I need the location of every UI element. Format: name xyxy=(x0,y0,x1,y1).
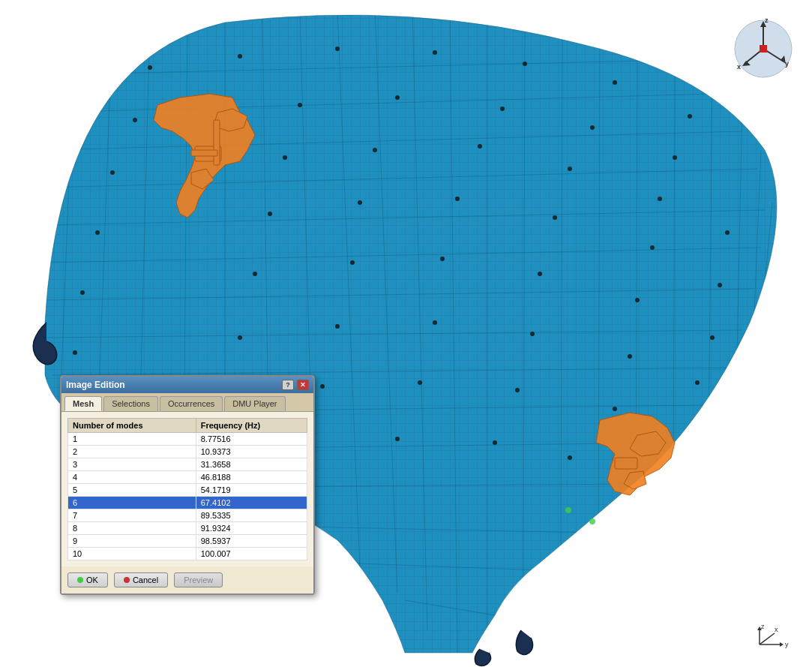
table-row[interactable]: 10 100.007 xyxy=(68,548,307,560)
svg-point-71 xyxy=(440,257,445,261)
cancel-label: Cancel xyxy=(133,575,158,584)
cancel-icon xyxy=(124,577,130,583)
svg-point-61 xyxy=(95,230,100,235)
svg-text:x: x xyxy=(737,63,741,71)
cell-mode: 1 xyxy=(68,433,196,446)
svg-point-66 xyxy=(650,245,655,250)
svg-point-90 xyxy=(395,437,400,441)
svg-line-112 xyxy=(760,633,775,644)
svg-point-57 xyxy=(478,144,482,149)
table-row[interactable]: 5 54.1719 xyxy=(68,484,307,497)
cancel-button[interactable]: Cancel xyxy=(114,572,168,587)
svg-point-41 xyxy=(148,65,152,70)
svg-point-65 xyxy=(553,215,557,220)
svg-text:z: z xyxy=(761,623,765,630)
cell-frequency: 10.9373 xyxy=(196,446,307,458)
svg-point-76 xyxy=(238,335,242,340)
svg-point-93 xyxy=(565,507,571,513)
image-edition-dialog: Image Edition ? ✕ Mesh Selections Occurr… xyxy=(60,375,315,595)
col-header-modes: Number of modes xyxy=(68,419,196,433)
cell-frequency: 98.5937 xyxy=(196,535,307,548)
svg-point-86 xyxy=(515,388,520,392)
svg-point-60 xyxy=(725,230,730,235)
svg-point-47 xyxy=(688,114,692,119)
svg-point-72 xyxy=(538,272,542,276)
cell-frequency: 100.007 xyxy=(196,548,307,560)
svg-point-50 xyxy=(395,95,400,100)
svg-point-48 xyxy=(133,118,137,122)
help-button[interactable]: ? xyxy=(282,380,294,390)
tab-occurrences[interactable]: Occurrences xyxy=(160,396,223,411)
svg-rect-38 xyxy=(214,120,220,165)
svg-point-52 xyxy=(590,125,595,130)
preview-button[interactable]: Preview xyxy=(174,572,223,587)
svg-point-87 xyxy=(613,407,617,411)
dialog-footer: OK Cancel Preview xyxy=(61,566,313,593)
svg-text:y: y xyxy=(785,60,789,68)
svg-point-45 xyxy=(523,62,527,66)
dialog-titlebar[interactable]: Image Edition ? ✕ xyxy=(61,377,313,393)
svg-rect-105 xyxy=(760,45,767,53)
svg-point-42 xyxy=(238,54,242,59)
preview-label: Preview xyxy=(184,575,213,584)
svg-point-77 xyxy=(335,324,340,329)
svg-point-64 xyxy=(455,197,460,201)
cell-mode: 2 xyxy=(68,446,196,458)
cell-frequency: 46.8188 xyxy=(196,471,307,484)
ok-icon xyxy=(77,577,83,583)
svg-point-54 xyxy=(110,170,115,175)
cell-frequency: 89.5335 xyxy=(196,509,307,522)
cell-mode: 7 xyxy=(68,509,196,522)
svg-point-79 xyxy=(530,332,535,336)
title-controls: ? ✕ xyxy=(282,380,309,390)
ok-label: OK xyxy=(86,575,98,584)
table-row[interactable]: 7 89.5335 xyxy=(68,509,307,522)
cell-mode: 8 xyxy=(68,522,196,535)
svg-point-81 xyxy=(695,380,700,385)
svg-point-49 xyxy=(298,103,302,107)
table-row[interactable]: 6 67.4102 xyxy=(68,497,307,509)
table-row[interactable]: 8 91.9324 xyxy=(68,522,307,535)
cell-mode: 3 xyxy=(68,458,196,471)
table-row[interactable]: 4 46.8188 xyxy=(68,471,307,484)
dialog-content: Number of modes Frequency (Hz) 1 8.77516… xyxy=(61,412,313,566)
svg-point-44 xyxy=(433,50,437,55)
dialog-tabs: Mesh Selections Occurrences DMU Player xyxy=(61,393,313,412)
cell-frequency: 67.4102 xyxy=(196,497,307,509)
tab-selections[interactable]: Selections xyxy=(103,396,158,411)
table-row[interactable]: 9 98.5937 xyxy=(68,535,307,548)
cell-frequency: 8.77516 xyxy=(196,433,307,446)
svg-point-56 xyxy=(373,148,377,152)
svg-point-75 xyxy=(73,350,77,355)
svg-point-74 xyxy=(710,335,715,340)
cell-mode: 9 xyxy=(68,535,196,548)
ok-button[interactable]: OK xyxy=(67,572,108,587)
svg-point-92 xyxy=(568,455,572,460)
svg-point-85 xyxy=(418,380,422,385)
svg-point-55 xyxy=(283,155,287,160)
cell-mode: 5 xyxy=(68,484,196,497)
tab-mesh[interactable]: Mesh xyxy=(64,396,102,411)
tab-dmu-player[interactable]: DMU Player xyxy=(224,396,285,411)
svg-point-43 xyxy=(335,47,340,51)
svg-marker-107 xyxy=(780,642,784,647)
svg-point-58 xyxy=(568,167,572,171)
modes-table: Number of modes Frequency (Hz) 1 8.77516… xyxy=(67,418,307,560)
svg-point-91 xyxy=(493,440,497,445)
cell-frequency: 31.3658 xyxy=(196,458,307,471)
cell-frequency: 54.1719 xyxy=(196,484,307,497)
svg-rect-40 xyxy=(615,458,637,469)
table-row[interactable]: 3 31.3658 xyxy=(68,458,307,471)
dialog-title-left: Image Edition xyxy=(66,380,125,390)
table-row[interactable]: 1 8.77516 xyxy=(68,433,307,446)
svg-point-68 xyxy=(80,290,85,295)
svg-rect-39 xyxy=(191,150,217,156)
table-row[interactable]: 2 10.9373 xyxy=(68,446,307,458)
svg-point-94 xyxy=(589,518,595,524)
close-button[interactable]: ✕ xyxy=(297,380,309,390)
svg-point-59 xyxy=(658,197,662,201)
svg-point-62 xyxy=(268,212,272,216)
svg-point-63 xyxy=(358,200,362,205)
col-header-frequency: Frequency (Hz) xyxy=(196,419,307,433)
svg-point-70 xyxy=(350,260,355,265)
